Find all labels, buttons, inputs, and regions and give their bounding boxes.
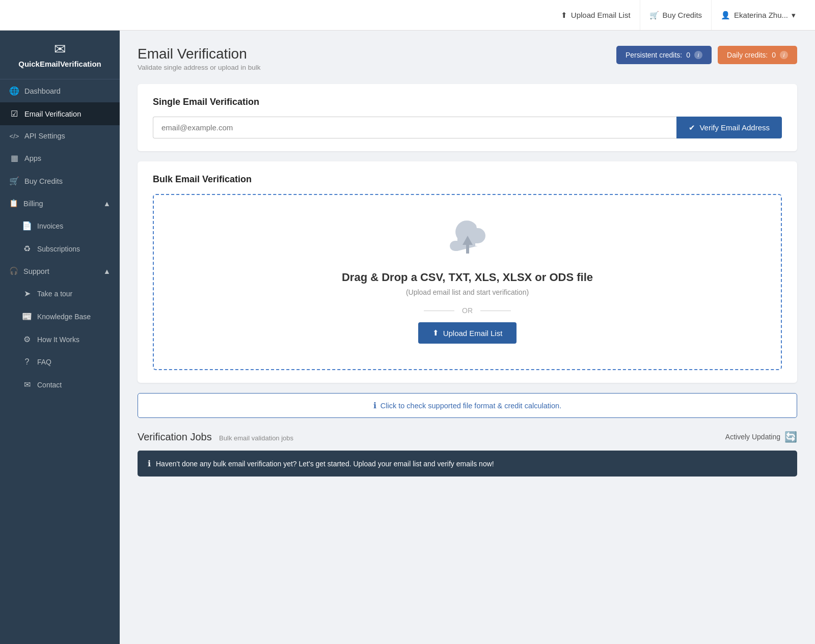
daily-credits-value: 0 bbox=[772, 51, 776, 59]
topbar: ⬆ Upload Email List 🛒 Buy Credits 👤 Ekat… bbox=[0, 0, 815, 31]
daily-credits-label: Daily credits: bbox=[727, 51, 768, 59]
sidebar-label-api-settings: API Settings bbox=[24, 132, 65, 140]
drop-title: Drag & Drop a CSV, TXT, XLS, XLSX or ODS… bbox=[169, 271, 766, 284]
support-chevron-icon: ▲ bbox=[103, 267, 111, 275]
sidebar-label-subscriptions: Subscriptions bbox=[37, 245, 80, 253]
persistent-credits-info-icon[interactable]: i bbox=[694, 51, 702, 59]
faq-icon: ? bbox=[22, 357, 32, 367]
sidebar-label-dashboard: Dashboard bbox=[24, 87, 61, 95]
support-icon: 🎧 bbox=[9, 267, 18, 275]
page-title-group: Email Verification Validate single addre… bbox=[138, 46, 260, 71]
sidebar-label-email-verification: Email Verification bbox=[24, 110, 81, 118]
empty-message-text: Haven't done any bulk email verification… bbox=[156, 460, 494, 468]
how-icon: ⚙ bbox=[22, 334, 32, 344]
or-divider: OR bbox=[169, 306, 766, 315]
sidebar-logo: ✉ QuickEmailVerification bbox=[0, 31, 120, 79]
upload-btn-label: Upload Email List bbox=[571, 11, 631, 19]
buy-btn-label: Buy Credits bbox=[663, 11, 702, 19]
jobs-updating: Actively Updating 🔄 bbox=[725, 431, 797, 443]
bulk-verification-title: Bulk Email Verification bbox=[153, 174, 782, 185]
file-format-info-link[interactable]: ℹ Click to check supported file format &… bbox=[138, 393, 797, 418]
sidebar-item-take-a-tour[interactable]: ➤ Take a tour bbox=[8, 282, 120, 305]
upload-btn-label: Upload Email List bbox=[443, 329, 503, 338]
drop-zone[interactable]: Drag & Drop a CSV, TXT, XLS, XLSX or ODS… bbox=[153, 194, 782, 370]
logo-icon: ✉ bbox=[8, 41, 112, 58]
sidebar-billing-header[interactable]: 📋 Billing ▲ bbox=[0, 192, 120, 214]
app-name: QuickEmailVerification bbox=[8, 60, 112, 69]
or-label: OR bbox=[462, 306, 473, 315]
sidebar: ✉ QuickEmailVerification 🌐 Dashboard ☑ E… bbox=[0, 31, 120, 644]
empty-info-icon: ℹ bbox=[148, 459, 151, 468]
chevron-down-icon: ▾ bbox=[792, 11, 796, 20]
sidebar-label-apps: Apps bbox=[24, 154, 41, 162]
sidebar-item-apps[interactable]: ▦ Apps bbox=[0, 147, 120, 170]
sidebar-label-support: Support bbox=[23, 267, 49, 275]
sidebar-item-subscriptions[interactable]: ♻ Subscriptions bbox=[8, 237, 120, 260]
billing-submenu: 📄 Invoices ♻ Subscriptions bbox=[0, 214, 120, 260]
verify-btn-label: Verify Email Address bbox=[699, 123, 770, 132]
sidebar-label-take-a-tour: Take a tour bbox=[37, 290, 72, 298]
api-icon: </> bbox=[9, 132, 19, 140]
bulk-verification-card: Bulk Email Verification Drag & Drop a CS… bbox=[138, 161, 797, 383]
single-verification-card: Single Email Verification ✔ Verify Email… bbox=[138, 84, 797, 151]
sidebar-label-buy-credits: Buy Credits bbox=[24, 177, 63, 185]
sidebar-label-how-it-works: How It Works bbox=[37, 335, 79, 344]
jobs-header: Verification Jobs Bulk email validation … bbox=[138, 431, 797, 443]
sidebar-item-dashboard[interactable]: 🌐 Dashboard bbox=[0, 79, 120, 102]
apps-icon: ▦ bbox=[9, 153, 19, 163]
daily-credits-info-icon[interactable]: i bbox=[780, 51, 788, 59]
cart-icon: 🛒 bbox=[649, 11, 659, 20]
invoices-icon: 📄 bbox=[22, 221, 32, 231]
check-icon: ✔ bbox=[689, 123, 695, 132]
upload-email-list-button[interactable]: ⬆ Upload Email List bbox=[552, 0, 640, 30]
verify-row: ✔ Verify Email Address bbox=[153, 117, 782, 138]
billing-chevron-icon: ▲ bbox=[103, 200, 111, 208]
info-link-text: Click to check supported file format & c… bbox=[381, 402, 561, 410]
sidebar-item-knowledge-base[interactable]: 📰 Knowledge Base bbox=[8, 305, 120, 328]
drop-subtitle: (Upload email list and start verificatio… bbox=[169, 288, 766, 296]
subscriptions-icon: ♻ bbox=[22, 244, 32, 254]
email-input[interactable] bbox=[153, 117, 676, 138]
billing-icon: 📋 bbox=[9, 199, 18, 208]
page-header: Email Verification Validate single addre… bbox=[138, 46, 797, 71]
sidebar-label-invoices: Invoices bbox=[37, 222, 63, 230]
knowledge-icon: 📰 bbox=[22, 312, 32, 321]
verify-email-button[interactable]: ✔ Verify Email Address bbox=[676, 117, 782, 138]
contact-icon: ✉ bbox=[22, 380, 32, 389]
persistent-credits-badge: Persistent credits: 0 i bbox=[616, 46, 712, 64]
sidebar-label-faq: FAQ bbox=[37, 358, 51, 366]
sidebar-item-buy-credits[interactable]: 🛒 Buy Credits bbox=[0, 170, 120, 192]
upload-email-list-button[interactable]: ⬆ Upload Email List bbox=[418, 322, 517, 344]
sidebar-item-api-settings[interactable]: </> API Settings bbox=[0, 125, 120, 147]
tour-icon: ➤ bbox=[22, 289, 32, 298]
sidebar-item-contact[interactable]: ✉ Contact bbox=[8, 373, 120, 396]
dashboard-icon: 🌐 bbox=[9, 86, 19, 96]
jobs-subtitle: Bulk email validation jobs bbox=[219, 434, 293, 442]
user-label: Ekaterina Zhu... bbox=[734, 11, 788, 19]
main-layout: ✉ QuickEmailVerification 🌐 Dashboard ☑ E… bbox=[0, 31, 815, 644]
buy-credits-topbar-button[interactable]: 🛒 Buy Credits bbox=[640, 0, 712, 30]
single-verification-title: Single Email Verification bbox=[153, 97, 782, 107]
sidebar-item-email-verification[interactable]: ☑ Email Verification bbox=[0, 102, 120, 125]
sidebar-support-header[interactable]: 🎧 Support ▲ bbox=[0, 260, 120, 282]
page-title: Email Verification bbox=[138, 46, 260, 62]
refresh-icon[interactable]: 🔄 bbox=[784, 431, 797, 443]
jobs-title: Verification Jobs bbox=[138, 431, 212, 442]
sidebar-item-faq[interactable]: ? FAQ bbox=[8, 351, 120, 373]
credit-badges: Persistent credits: 0 i Daily credits: 0… bbox=[616, 46, 797, 64]
cart-sidebar-icon: 🛒 bbox=[9, 176, 19, 186]
email-verification-icon: ☑ bbox=[9, 109, 19, 119]
sidebar-label-billing: Billing bbox=[23, 200, 43, 208]
cloud-upload-icon bbox=[169, 220, 766, 263]
persistent-credits-value: 0 bbox=[686, 51, 690, 59]
user-menu-button[interactable]: 👤 Ekaterina Zhu... ▾ bbox=[712, 0, 805, 30]
main-content: Email Verification Validate single addre… bbox=[120, 31, 815, 644]
info-icon: ℹ bbox=[373, 401, 376, 410]
upload-icon: ⬆ bbox=[561, 11, 567, 20]
sidebar-item-invoices[interactable]: 📄 Invoices bbox=[8, 214, 120, 237]
jobs-empty-message: ℹ Haven't done any bulk email verificati… bbox=[138, 451, 797, 477]
sidebar-item-how-it-works[interactable]: ⚙ How It Works bbox=[8, 328, 120, 351]
page-subtitle: Validate single address or upload in bul… bbox=[138, 64, 260, 71]
persistent-credits-label: Persistent credits: bbox=[626, 51, 682, 59]
upload-btn-icon: ⬆ bbox=[432, 328, 439, 338]
